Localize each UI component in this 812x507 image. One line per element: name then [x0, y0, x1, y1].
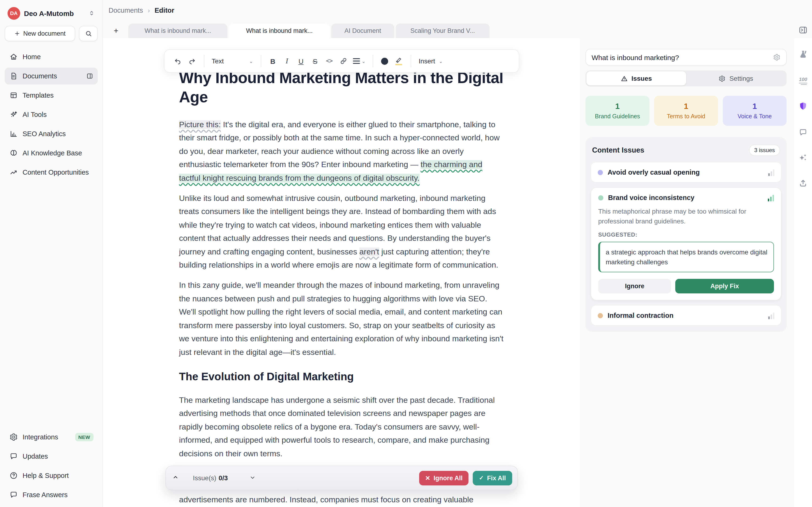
ignore-all-button[interactable]: ✕ Ignore All	[419, 471, 469, 485]
brand-shield-icon[interactable]	[798, 101, 808, 111]
sidebar-item-help-support[interactable]: Help & Support	[5, 467, 98, 484]
chat-bubble-icon	[9, 452, 18, 461]
sidebar-item-label: Help & Support	[22, 472, 69, 479]
sidebar-item-ai-tools[interactable]: AI Tools	[5, 106, 98, 123]
text-color-button[interactable]	[378, 53, 392, 69]
issue-highlight-contraction[interactable]: aren't	[359, 247, 379, 256]
help-circle-icon	[9, 471, 18, 480]
query-settings-icon[interactable]	[773, 54, 780, 61]
toggle-panel-icon[interactable]	[798, 25, 808, 35]
sidebar-item-content-opportunities[interactable]: Content Opportunities	[5, 164, 98, 181]
paragraph-2: Unlike its loud and somewhat intrusive c…	[179, 192, 504, 272]
sidebar-item-label: Home	[22, 53, 41, 61]
tab-strip: + What is inbound mark... What is inboun…	[103, 21, 812, 38]
issues-count-badge: 3 issues	[749, 145, 780, 156]
expand-issues-button[interactable]	[250, 474, 256, 482]
severity-indicator	[768, 169, 774, 176]
collapse-bar-button[interactable]	[172, 474, 183, 482]
issue-card-casual-opening[interactable]: Avoid overly casual opening	[591, 162, 781, 182]
collapse-panel-icon[interactable]	[86, 72, 94, 80]
query-input[interactable]	[592, 53, 773, 61]
tab-settings[interactable]: Settings	[686, 71, 786, 86]
ai-sparkles-icon[interactable]	[798, 153, 808, 162]
stat-label: Terms to Avoid	[667, 113, 705, 120]
templates-icon	[9, 91, 18, 100]
warning-icon	[620, 75, 627, 82]
insert-dropdown[interactable]: Insert ⌄	[416, 57, 446, 65]
sidebar-item-updates[interactable]: Updates	[5, 448, 98, 465]
stat-brand-guidelines[interactable]: 1 Brand Guidelines	[586, 96, 649, 126]
paragraph-4: The marketing landscape has undergone a …	[179, 394, 504, 460]
query-box[interactable]	[586, 49, 786, 66]
text-style-dropdown[interactable]: Text ⌄	[209, 57, 256, 65]
stat-label: Brand Guidelines	[595, 113, 640, 120]
profile-name: Deo A-Mutomb	[24, 9, 85, 17]
bold-button[interactable]: B	[266, 53, 280, 69]
paragraph-1: Picture this: It's the digital era, and …	[179, 118, 504, 185]
align-dropdown[interactable]: ⌄	[350, 53, 368, 69]
tab-document-4[interactable]: Scaling Your Brand V...	[396, 23, 490, 38]
fix-all-label: Fix All	[487, 474, 506, 482]
tab-ai-document[interactable]: AI Document	[331, 23, 394, 38]
sidebar-item-integrations[interactable]: Integrations NEW	[5, 429, 98, 446]
content-issues-title: Content Issues	[592, 146, 644, 155]
sidebar-item-documents[interactable]: Documents	[5, 68, 98, 84]
paragraph-3: In this zany guide, we'll meander throug…	[179, 279, 504, 359]
score-100-icon[interactable]: 100	[799, 77, 807, 85]
code-button[interactable]: <>	[322, 53, 336, 69]
tab-settings-label: Settings	[729, 75, 753, 82]
plus-icon	[14, 31, 20, 37]
italic-button[interactable]: I	[280, 53, 294, 69]
issues-bottom-bar: Issue(s) 0/3 ✕ Ignore All ✓ Fix All	[165, 466, 518, 490]
new-document-label: New document	[23, 30, 65, 37]
align-icon	[353, 58, 360, 64]
topbar: Documents › Editor	[103, 0, 812, 21]
share-upload-icon[interactable]	[799, 179, 808, 187]
profile-menu[interactable]: DA Deo A-Mutomb	[5, 7, 98, 20]
tab-document-2-active[interactable]: What is inbound mark...	[229, 23, 330, 38]
breadcrumb-editor: Editor	[155, 7, 174, 14]
content-issues-box: Content Issues 3 issues Avoid overly cas…	[586, 137, 786, 332]
issue-title: Informal contraction	[608, 312, 764, 319]
issue-highlight-casual-opening[interactable]: Picture this:	[179, 120, 221, 129]
issue-card-brand-voice[interactable]: Brand voice inconsistency This metaphori…	[591, 188, 781, 300]
sidebar-item-home[interactable]: Home	[5, 48, 98, 65]
sidebar-item-seo-analytics[interactable]: SEO Analytics	[5, 125, 98, 142]
strikethrough-button[interactable]: S	[308, 53, 322, 69]
issue-card-informal-contraction[interactable]: Informal contraction	[591, 305, 781, 325]
editor-toolbar: Text ⌄ B I U S <> ⌄	[164, 49, 519, 73]
underline-button[interactable]: U	[294, 53, 308, 69]
sidebar-item-templates[interactable]: Templates	[5, 87, 98, 104]
redo-button[interactable]	[185, 53, 199, 69]
document-body[interactable]: Why Inbound Marketing Matters in the Dig…	[179, 38, 504, 507]
breadcrumb-documents[interactable]: Documents	[109, 7, 143, 14]
undo-button[interactable]	[171, 53, 185, 69]
chat-bubble-icon	[9, 490, 18, 499]
comment-icon[interactable]	[799, 128, 808, 137]
apply-fix-button[interactable]: Apply Fix	[675, 279, 774, 293]
stat-terms-to-avoid[interactable]: 1 Terms to Avoid	[654, 96, 718, 126]
search-button[interactable]	[79, 26, 98, 41]
chevron-down-icon: ⌄	[439, 58, 443, 64]
add-tab-button[interactable]: +	[111, 23, 121, 38]
check-icon: ✓	[479, 474, 484, 481]
stat-voice-tone[interactable]: 1 Voice & Tone	[723, 96, 786, 126]
lab-flask-icon[interactable]	[798, 50, 808, 59]
gear-icon	[718, 75, 725, 82]
sidebar-item-ai-knowledge-base[interactable]: AI Knowledge Base	[5, 145, 98, 162]
link-button[interactable]	[336, 53, 350, 69]
text-style-label: Text	[212, 57, 224, 65]
suggested-label: SUGGESTED:	[598, 231, 774, 238]
tab-document-1[interactable]: What is inbound mark...	[128, 23, 227, 38]
app-window: DA Deo A-Mutomb New document Home Docume	[0, 0, 812, 507]
new-document-button[interactable]: New document	[5, 26, 75, 41]
severity-indicator	[768, 194, 774, 201]
highlight-button[interactable]	[392, 53, 406, 69]
gear-icon	[9, 433, 18, 442]
profile-selector-icon[interactable]	[88, 10, 95, 16]
fix-all-button[interactable]: ✓ Fix All	[473, 471, 512, 485]
sidebar-item-frase-answers[interactable]: Frase Answers	[5, 486, 98, 503]
ignore-button[interactable]: Ignore	[598, 279, 671, 293]
bar-chart-icon	[9, 129, 18, 138]
tab-issues[interactable]: Issues	[587, 71, 686, 86]
